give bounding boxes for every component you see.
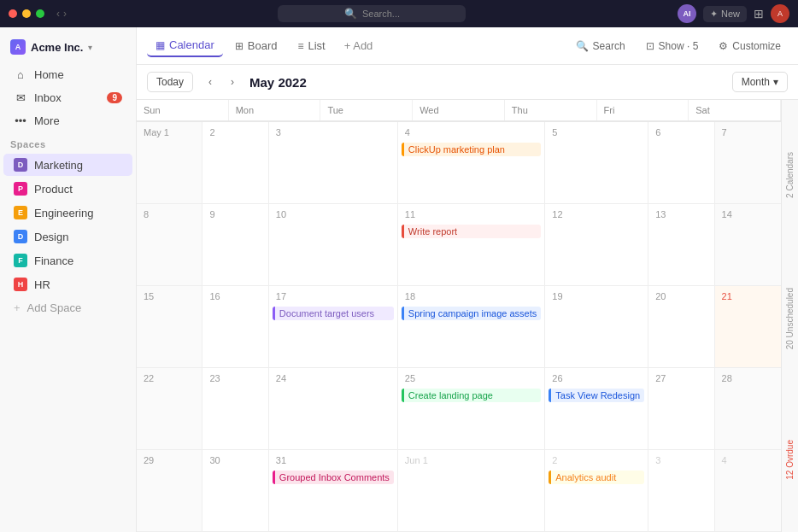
overdue-label[interactable]: 12 Ovrdue — [785, 440, 795, 480]
sidebar-item-home[interactable]: ⌂ Home — [3, 64, 132, 85]
cell-may29[interactable]: 29 — [137, 450, 202, 532]
sidebar-item-engineering[interactable]: E Engineering — [3, 202, 132, 224]
event-spring-campaign[interactable]: Spring campaign image assets — [402, 307, 541, 320]
cell-may1[interactable]: May 1 — [137, 122, 202, 204]
event-label: Analytics audit — [555, 472, 616, 482]
cell-may28[interactable]: 28 — [715, 368, 781, 450]
cell-may4[interactable]: 4 ClickUp marketing plan — [398, 122, 545, 204]
prev-month-button[interactable]: ‹ — [200, 72, 220, 92]
cell-jun4[interactable]: 4 — [715, 450, 781, 532]
event-label: Create landing page — [408, 390, 493, 400]
search-bar[interactable]: 🔍 Search... — [278, 5, 466, 22]
add-space-button[interactable]: + Add Space — [3, 297, 132, 319]
cell-may2[interactable]: 2 — [202, 122, 268, 204]
sidebar-item-inbox[interactable]: ✉ Inbox 9 — [3, 87, 132, 108]
calendar-tab-icon: ▦ — [155, 39, 165, 51]
grid-icon[interactable]: ⊞ — [754, 7, 764, 20]
cell-may3[interactable]: 3 — [269, 122, 398, 204]
date-may17: 17 — [273, 289, 394, 303]
event-clickup-marketing[interactable]: ClickUp marketing plan — [402, 143, 541, 156]
cell-jun3[interactable]: 3 — [648, 450, 714, 532]
cell-may8[interactable]: 8 — [137, 204, 202, 286]
tab-calendar[interactable]: ▦ Calendar — [147, 34, 223, 57]
cell-may18[interactable]: 18 Spring campaign image assets — [398, 286, 545, 368]
minimize-button[interactable] — [22, 9, 31, 18]
date-may28: 28 — [719, 371, 777, 385]
sidebar-item-hr[interactable]: H HR — [3, 273, 132, 295]
show-button[interactable]: ⊡ Show · 5 — [639, 37, 706, 56]
tab-board[interactable]: ⊞ Board — [226, 35, 286, 56]
cell-may27[interactable]: 27 — [648, 368, 714, 450]
inbox-badge: 9 — [107, 92, 122, 103]
sidebar-item-marketing[interactable]: D Marketing — [3, 154, 132, 176]
cell-may10[interactable]: 10 — [269, 204, 398, 286]
cell-may9[interactable]: 9 — [202, 204, 268, 286]
date-may7: 7 — [719, 126, 777, 139]
cell-may17[interactable]: 17 Document target users — [269, 286, 398, 368]
logo-text: Acme Inc. — [31, 41, 83, 54]
date-may16: 16 — [206, 289, 264, 303]
sidebar-item-design[interactable]: D Design — [3, 225, 132, 248]
plus-icon: + — [14, 301, 21, 314]
sidebar-item-more[interactable]: ••• More — [3, 110, 132, 132]
cell-may15[interactable]: 15 — [137, 286, 202, 368]
cell-may26[interactable]: 26 Task View Redesign — [545, 368, 648, 450]
cell-jun1[interactable]: Jun 1 — [398, 450, 545, 532]
gear-icon: ⚙ — [719, 40, 728, 52]
cell-may16[interactable]: 16 — [202, 286, 268, 368]
cell-may31[interactable]: 31 Grouped Inbox Comments — [269, 450, 398, 532]
forward-icon[interactable]: › — [63, 8, 67, 20]
event-document-target[interactable]: Document target users — [273, 307, 394, 320]
cell-may19[interactable]: 19 — [545, 286, 648, 368]
cell-may13[interactable]: 13 — [648, 204, 714, 286]
add-view-button[interactable]: + Add — [337, 35, 380, 56]
customize-button[interactable]: ⚙ Customize — [712, 37, 788, 56]
ai-badge[interactable]: AI — [678, 4, 696, 23]
maximize-button[interactable] — [36, 9, 44, 18]
cell-jun2[interactable]: 2 Analytics audit — [545, 450, 648, 532]
cell-may24[interactable]: 24 — [269, 368, 398, 450]
event-analytics-audit[interactable]: Analytics audit — [549, 471, 644, 484]
sidebar-item-product[interactable]: P Product — [3, 178, 132, 200]
cell-may6[interactable]: 6 — [648, 122, 714, 204]
cell-may14[interactable]: 14 — [715, 204, 781, 286]
cell-may23[interactable]: 23 — [202, 368, 268, 450]
unscheduled-label[interactable]: 20 Unscheduled — [785, 288, 795, 349]
engineering-label: Engineering — [34, 207, 93, 219]
event-grouped-inbox[interactable]: Grouped Inbox Comments — [273, 471, 394, 484]
search-button[interactable]: 🔍 Search — [569, 37, 632, 56]
date-may9: 9 — [206, 208, 264, 221]
calendars-label[interactable]: 2 Calendars — [785, 152, 795, 198]
date-jun3: 3 — [652, 453, 710, 467]
cell-may22[interactable]: 22 — [137, 368, 202, 450]
cell-may11[interactable]: 11 Write report — [398, 204, 545, 286]
avatar[interactable]: A — [771, 4, 789, 23]
cell-may21[interactable]: 21 — [715, 286, 781, 368]
view-toolbar: ▦ Calendar ⊞ Board ≡ List + Add 🔍 Search… — [137, 27, 798, 65]
tab-list[interactable]: ≡ List — [289, 35, 333, 56]
cell-may5[interactable]: 5 — [545, 122, 648, 204]
month-select[interactable]: Month ▾ — [732, 72, 788, 92]
event-write-report[interactable]: Write report — [402, 225, 541, 238]
cell-may25[interactable]: 25 Create landing page — [398, 368, 545, 450]
new-button[interactable]: ✦ New — [703, 6, 747, 22]
back-icon[interactable]: ‹ — [56, 8, 60, 20]
logo[interactable]: A Acme Inc. ▾ — [0, 34, 136, 63]
sidebar-item-finance[interactable]: F Finance — [3, 249, 132, 272]
next-month-button[interactable]: › — [222, 72, 243, 92]
cell-may12[interactable]: 12 — [545, 204, 648, 286]
cell-may20[interactable]: 20 — [648, 286, 714, 368]
search-label: Search — [593, 40, 625, 52]
date-may13: 13 — [652, 208, 710, 221]
calendar-grid: May 1 2 3 4 ClickUp marketing plan — [137, 121, 781, 532]
design-icon: D — [14, 230, 27, 243]
event-create-landing[interactable]: Create landing page — [402, 389, 541, 402]
cell-may30[interactable]: 30 — [202, 450, 268, 532]
cell-may7[interactable]: 7 — [715, 122, 781, 204]
sidebar-inbox-label: Inbox — [34, 91, 100, 104]
day-thu: Thu — [505, 100, 597, 120]
close-button[interactable] — [9, 9, 17, 18]
today-button[interactable]: Today — [147, 72, 193, 92]
event-task-view[interactable]: Task View Redesign — [549, 389, 644, 402]
nav-arrows: ‹ › — [56, 8, 67, 20]
